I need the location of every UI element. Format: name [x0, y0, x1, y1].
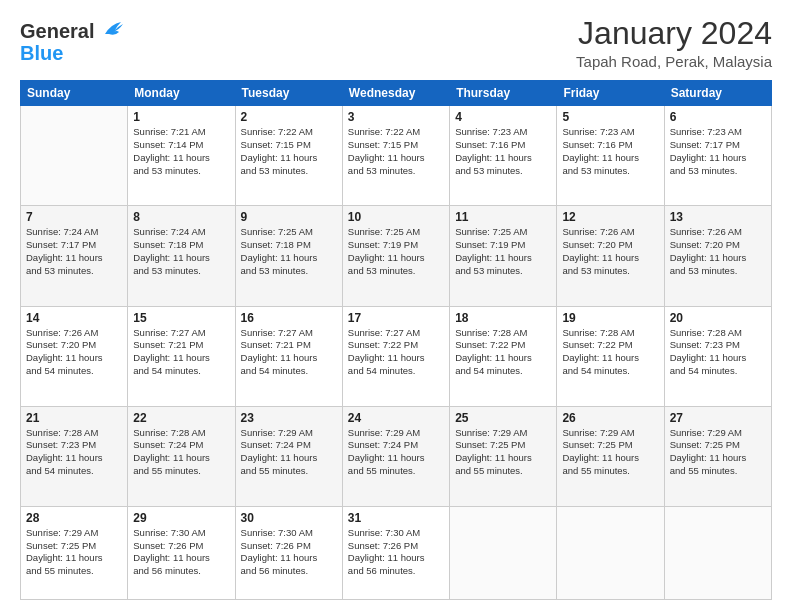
calendar-cell: [557, 506, 664, 599]
day-number: 23: [241, 411, 337, 425]
day-number: 5: [562, 110, 658, 124]
day-number: 29: [133, 511, 229, 525]
calendar-cell: 31Sunrise: 7:30 AM Sunset: 7:26 PM Dayli…: [342, 506, 449, 599]
calendar-cell: 8Sunrise: 7:24 AM Sunset: 7:18 PM Daylig…: [128, 206, 235, 306]
calendar-cell: 25Sunrise: 7:29 AM Sunset: 7:25 PM Dayli…: [450, 406, 557, 506]
day-number: 18: [455, 311, 551, 325]
header-saturday: Saturday: [664, 81, 771, 106]
day-number: 12: [562, 210, 658, 224]
day-number: 20: [670, 311, 766, 325]
day-number: 9: [241, 210, 337, 224]
calendar-cell: 27Sunrise: 7:29 AM Sunset: 7:25 PM Dayli…: [664, 406, 771, 506]
calendar-cell: 29Sunrise: 7:30 AM Sunset: 7:26 PM Dayli…: [128, 506, 235, 599]
day-number: 13: [670, 210, 766, 224]
calendar-cell: 6Sunrise: 7:23 AM Sunset: 7:17 PM Daylig…: [664, 106, 771, 206]
day-info: Sunrise: 7:28 AM Sunset: 7:23 PM Dayligh…: [670, 327, 766, 378]
calendar-cell: 19Sunrise: 7:28 AM Sunset: 7:22 PM Dayli…: [557, 306, 664, 406]
calendar-cell: 26Sunrise: 7:29 AM Sunset: 7:25 PM Dayli…: [557, 406, 664, 506]
calendar-cell: 17Sunrise: 7:27 AM Sunset: 7:22 PM Dayli…: [342, 306, 449, 406]
logo-text-blue: Blue: [20, 42, 123, 64]
day-info: Sunrise: 7:29 AM Sunset: 7:25 PM Dayligh…: [670, 427, 766, 478]
day-number: 21: [26, 411, 122, 425]
day-info: Sunrise: 7:29 AM Sunset: 7:25 PM Dayligh…: [455, 427, 551, 478]
header-sunday: Sunday: [21, 81, 128, 106]
calendar-cell: [664, 506, 771, 599]
day-info: Sunrise: 7:27 AM Sunset: 7:22 PM Dayligh…: [348, 327, 444, 378]
day-info: Sunrise: 7:24 AM Sunset: 7:18 PM Dayligh…: [133, 226, 229, 277]
day-number: 19: [562, 311, 658, 325]
day-info: Sunrise: 7:27 AM Sunset: 7:21 PM Dayligh…: [133, 327, 229, 378]
day-info: Sunrise: 7:29 AM Sunset: 7:25 PM Dayligh…: [562, 427, 658, 478]
day-info: Sunrise: 7:30 AM Sunset: 7:26 PM Dayligh…: [133, 527, 229, 578]
day-info: Sunrise: 7:30 AM Sunset: 7:26 PM Dayligh…: [241, 527, 337, 578]
logo-bird-icon: [97, 16, 123, 42]
calendar-cell: 9Sunrise: 7:25 AM Sunset: 7:18 PM Daylig…: [235, 206, 342, 306]
day-number: 30: [241, 511, 337, 525]
day-number: 31: [348, 511, 444, 525]
day-info: Sunrise: 7:27 AM Sunset: 7:21 PM Dayligh…: [241, 327, 337, 378]
day-info: Sunrise: 7:28 AM Sunset: 7:23 PM Dayligh…: [26, 427, 122, 478]
day-number: 10: [348, 210, 444, 224]
day-number: 1: [133, 110, 229, 124]
day-info: Sunrise: 7:26 AM Sunset: 7:20 PM Dayligh…: [670, 226, 766, 277]
day-info: Sunrise: 7:30 AM Sunset: 7:26 PM Dayligh…: [348, 527, 444, 578]
calendar-cell: 3Sunrise: 7:22 AM Sunset: 7:15 PM Daylig…: [342, 106, 449, 206]
day-info: Sunrise: 7:26 AM Sunset: 7:20 PM Dayligh…: [26, 327, 122, 378]
calendar-cell: 24Sunrise: 7:29 AM Sunset: 7:24 PM Dayli…: [342, 406, 449, 506]
logo: General Blue: [20, 16, 123, 64]
day-number: 17: [348, 311, 444, 325]
header-wednesday: Wednesday: [342, 81, 449, 106]
day-info: Sunrise: 7:22 AM Sunset: 7:15 PM Dayligh…: [241, 126, 337, 177]
day-info: Sunrise: 7:25 AM Sunset: 7:18 PM Dayligh…: [241, 226, 337, 277]
header-thursday: Thursday: [450, 81, 557, 106]
calendar-cell: 1Sunrise: 7:21 AM Sunset: 7:14 PM Daylig…: [128, 106, 235, 206]
day-info: Sunrise: 7:28 AM Sunset: 7:22 PM Dayligh…: [455, 327, 551, 378]
calendar-cell: 28Sunrise: 7:29 AM Sunset: 7:25 PM Dayli…: [21, 506, 128, 599]
title-section: January 2024 Tapah Road, Perak, Malaysia: [576, 16, 772, 70]
day-info: Sunrise: 7:22 AM Sunset: 7:15 PM Dayligh…: [348, 126, 444, 177]
day-info: Sunrise: 7:25 AM Sunset: 7:19 PM Dayligh…: [348, 226, 444, 277]
calendar-cell: 15Sunrise: 7:27 AM Sunset: 7:21 PM Dayli…: [128, 306, 235, 406]
day-number: 16: [241, 311, 337, 325]
day-info: Sunrise: 7:28 AM Sunset: 7:22 PM Dayligh…: [562, 327, 658, 378]
calendar-cell: [21, 106, 128, 206]
day-number: 6: [670, 110, 766, 124]
day-info: Sunrise: 7:29 AM Sunset: 7:24 PM Dayligh…: [241, 427, 337, 478]
calendar-table: Sunday Monday Tuesday Wednesday Thursday…: [20, 80, 772, 600]
calendar-cell: 18Sunrise: 7:28 AM Sunset: 7:22 PM Dayli…: [450, 306, 557, 406]
calendar-cell: 12Sunrise: 7:26 AM Sunset: 7:20 PM Dayli…: [557, 206, 664, 306]
header: General Blue January 2024 Tapah Road, Pe…: [20, 16, 772, 70]
day-info: Sunrise: 7:29 AM Sunset: 7:24 PM Dayligh…: [348, 427, 444, 478]
day-number: 2: [241, 110, 337, 124]
day-number: 7: [26, 210, 122, 224]
calendar-cell: 13Sunrise: 7:26 AM Sunset: 7:20 PM Dayli…: [664, 206, 771, 306]
day-info: Sunrise: 7:25 AM Sunset: 7:19 PM Dayligh…: [455, 226, 551, 277]
calendar-cell: 11Sunrise: 7:25 AM Sunset: 7:19 PM Dayli…: [450, 206, 557, 306]
day-number: 28: [26, 511, 122, 525]
header-friday: Friday: [557, 81, 664, 106]
day-number: 8: [133, 210, 229, 224]
day-number: 15: [133, 311, 229, 325]
calendar-title: January 2024: [576, 16, 772, 51]
day-number: 3: [348, 110, 444, 124]
calendar-cell: 2Sunrise: 7:22 AM Sunset: 7:15 PM Daylig…: [235, 106, 342, 206]
day-number: 22: [133, 411, 229, 425]
calendar-cell: 22Sunrise: 7:28 AM Sunset: 7:24 PM Dayli…: [128, 406, 235, 506]
calendar-cell: 5Sunrise: 7:23 AM Sunset: 7:16 PM Daylig…: [557, 106, 664, 206]
day-number: 4: [455, 110, 551, 124]
day-info: Sunrise: 7:29 AM Sunset: 7:25 PM Dayligh…: [26, 527, 122, 578]
header-monday: Monday: [128, 81, 235, 106]
day-info: Sunrise: 7:24 AM Sunset: 7:17 PM Dayligh…: [26, 226, 122, 277]
calendar-cell: 21Sunrise: 7:28 AM Sunset: 7:23 PM Dayli…: [21, 406, 128, 506]
logo-text-general: General: [20, 20, 94, 42]
weekday-header-row: Sunday Monday Tuesday Wednesday Thursday…: [21, 81, 772, 106]
day-number: 11: [455, 210, 551, 224]
day-info: Sunrise: 7:21 AM Sunset: 7:14 PM Dayligh…: [133, 126, 229, 177]
day-number: 14: [26, 311, 122, 325]
header-tuesday: Tuesday: [235, 81, 342, 106]
calendar-cell: 10Sunrise: 7:25 AM Sunset: 7:19 PM Dayli…: [342, 206, 449, 306]
calendar-cell: 4Sunrise: 7:23 AM Sunset: 7:16 PM Daylig…: [450, 106, 557, 206]
day-number: 27: [670, 411, 766, 425]
calendar-subtitle: Tapah Road, Perak, Malaysia: [576, 53, 772, 70]
day-info: Sunrise: 7:23 AM Sunset: 7:17 PM Dayligh…: [670, 126, 766, 177]
